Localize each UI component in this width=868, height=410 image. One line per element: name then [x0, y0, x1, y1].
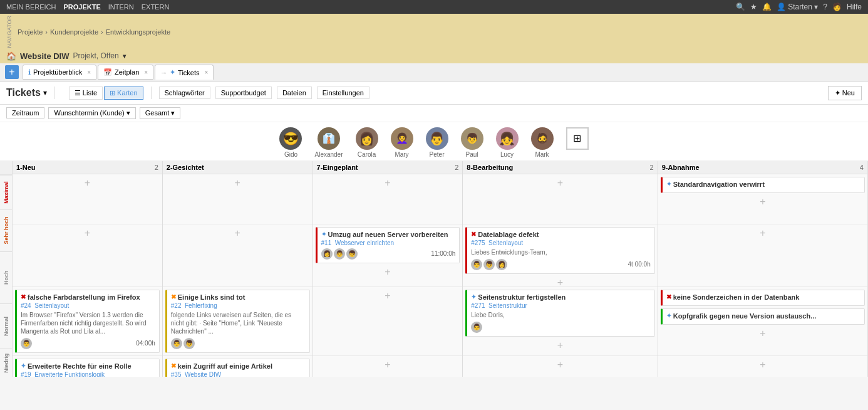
avatar-alexander[interactable]: 👔 Alexander	[314, 127, 343, 158]
supportbudget-button[interactable]: Supportbudget	[215, 87, 272, 99]
prio-niedrig: Niedrig	[0, 349, 12, 377]
card-umzug-server[interactable]: ✦ Umzug auf neuen Server vorbereiten #11…	[316, 227, 460, 263]
add-sehrhoch-9abnahme[interactable]: +	[661, 227, 865, 239]
project-icon: 🏠	[6, 51, 16, 61]
card-title-text: falsche Farbdarstellung im Firefox	[28, 293, 140, 301]
title-dropdown[interactable]: ▾	[43, 88, 47, 97]
add-tab-button[interactable]: +	[5, 65, 19, 79]
tab-tickets-icon: ✦	[170, 68, 175, 76]
alexander-avatar: 👔	[318, 127, 340, 150]
prio-hoch-9abnahme: ✖ keine Sonderzeichen in der Datenbank ✦…	[658, 287, 867, 356]
filter-wunschtermin[interactable]: Wunschtermin (Kunde) ▾	[48, 107, 135, 119]
card-erweiterte-rechte[interactable]: ✦ Erweiterte Rechte für eine Rolle #19 E…	[15, 359, 160, 377]
tab-tickets[interactable]: → ✦ Tickets ×	[155, 65, 214, 80]
tab-close-tickets[interactable]: ×	[205, 69, 209, 76]
filter-zeitraum[interactable]: Zeitraum	[6, 107, 44, 118]
card-kopfgrafik[interactable]: ✦ Kopfgrafik gegen neue Version austausc…	[661, 308, 865, 325]
tab-zeitplan[interactable]: 📅 Zeitplan ×	[98, 65, 153, 80]
avatar-icon[interactable]: 🧑	[832, 3, 842, 11]
avatar-lucy[interactable]: 👧 Lucy	[496, 127, 519, 158]
avatar-paul[interactable]: 👦 Paul	[461, 127, 483, 158]
card-avatar: 👦	[346, 248, 358, 260]
add-hoch-9abnahme[interactable]: +	[661, 327, 865, 340]
add-maximal-1neu[interactable]: +	[15, 177, 160, 189]
card-time: 11:00:0h	[431, 250, 455, 257]
card-text: folgende Links verweisen auf Seiten, die…	[171, 311, 306, 335]
tab-close-projektüberblick[interactable]: ×	[87, 69, 91, 76]
card-seitenstruktur[interactable]: ✦ Seitenstruktur fertigstellen #271 Seit…	[465, 290, 654, 337]
card-avatar: 👦	[483, 259, 495, 270]
avatar-group-icon[interactable]: ⊞	[566, 127, 589, 158]
add-normal-9abnahme[interactable]: +	[661, 359, 865, 371]
card-title: ✖ kein Zugriff auf einige Artikel	[171, 362, 306, 370]
nav-intern[interactable]: INTERN	[108, 3, 134, 11]
avatar-carola[interactable]: 👩 Carola	[356, 127, 378, 158]
add-hoch-7eingeplant[interactable]: +	[316, 290, 460, 302]
card-falsche-farbdarstellung[interactable]: ✖ falsche Farbdarstellung im Firefox #24…	[15, 290, 160, 353]
prio-sehrhoch-2gesichtet: +	[163, 224, 313, 287]
help-icon[interactable]: ?	[823, 3, 827, 11]
card-status-icon: ✖	[171, 293, 176, 300]
hilfe-label[interactable]: Hilfe	[847, 3, 862, 11]
einstellungen-button[interactable]: Einstellungen	[317, 87, 369, 99]
card-time: 4t 00:0h	[628, 261, 651, 268]
card-footer: 👩 👨 👦 11:00:0h	[321, 248, 456, 260]
prio-normal-7eingeplant: +	[313, 356, 463, 377]
gido-avatar: 😎	[279, 127, 302, 150]
col-9-abnahme-count: 4	[860, 164, 864, 171]
bell-icon[interactable]: 🔔	[762, 3, 772, 11]
card-text: Liebe Doris,	[471, 311, 650, 319]
card-text: Im Browser "Firefox" Version 1.3 werden …	[21, 311, 155, 335]
card-subtitle: #19 Erweiterte Funktionslogik	[21, 371, 155, 377]
project-dropdown-icon[interactable]: ▾	[123, 53, 126, 60]
add-hoch-8bearbeitung[interactable]: +	[465, 339, 654, 352]
search-icon[interactable]: 🔍	[736, 3, 745, 11]
avatar-peter[interactable]: 👨 Peter	[426, 127, 448, 158]
peter-name: Peter	[430, 151, 445, 158]
view-karten-button[interactable]: ⊞ Karten	[104, 87, 143, 100]
star-icon[interactable]: ★	[750, 3, 757, 11]
schlagworter-button[interactable]: Schlagwörter	[159, 87, 210, 99]
view-liste-button[interactable]: ☰ Liste	[69, 87, 103, 100]
avatar-mark[interactable]: 🧔 Mark	[531, 127, 554, 158]
card-dateiablage-defekt[interactable]: ✖ Dateiablage defekt #275 Seitenlayout L…	[465, 227, 654, 274]
add-sehrhoch-1neu[interactable]: +	[15, 227, 160, 239]
add-maximal-9abnahme[interactable]: +	[661, 196, 865, 208]
avatar-mary[interactable]: 👩‍🦱 Mary	[391, 127, 413, 158]
prio-normal-9abnahme: +	[658, 356, 867, 377]
breadcrumb-projekte[interactable]: Projekte	[18, 28, 43, 36]
card-standardnavigation[interactable]: ✦ Standardnavigation verwirrt	[661, 177, 865, 193]
add-sehrhoch-2gesichtet[interactable]: +	[165, 227, 310, 239]
nav-extern[interactable]: EXTERN	[142, 3, 170, 11]
dateien-button[interactable]: Dateien	[277, 87, 312, 99]
add-maximal-7eingeplant[interactable]: +	[316, 177, 460, 189]
tab-close-zeitplan[interactable]: ×	[144, 69, 148, 76]
breadcrumb-entwicklungsprojekte[interactable]: Entwicklungsprojekte	[106, 28, 170, 36]
prio-sehrhoch: Sehr hoch	[0, 209, 12, 251]
new-button[interactable]: ✦ Neu	[828, 86, 862, 100]
nav-projekte[interactable]: PROJEKTE	[63, 3, 100, 11]
add-maximal-8bearbeitung[interactable]: +	[465, 177, 654, 189]
card-status-icon: ✖	[471, 231, 476, 238]
filter-row: Zeitraum Wunschtermin (Kunde) ▾ Gesamt ▾	[0, 105, 868, 122]
card-status-icon: ✖	[21, 293, 26, 300]
add-normal-7eingeplant[interactable]: +	[316, 359, 460, 371]
card-kein-zugriff-artikel[interactable]: ✖ kein Zugriff auf einige Artikel #35 We…	[165, 359, 310, 377]
card-einige-links[interactable]: ✖ Einige Links sind tot #22 Fehlerfixing…	[165, 290, 310, 353]
toolbar-separator-1	[54, 87, 55, 99]
user-menu[interactable]: 👤 Starten ▾	[777, 3, 818, 11]
avatar-gido[interactable]: 😎 Gido	[279, 127, 302, 158]
filter-gesamt[interactable]: Gesamt ▾	[140, 107, 181, 119]
card-footer: 👨	[471, 322, 650, 333]
nav-mein-bereich[interactable]: MEIN BEREICH	[6, 3, 56, 11]
breadcrumb-kundenprojekte[interactable]: Kundenprojekte	[50, 28, 98, 36]
card-avatars: 👨 👦	[171, 338, 195, 349]
prio-sehrhoch-8bearbeitung: ✖ Dateiablage defekt #275 Seitenlayout L…	[463, 224, 657, 287]
add-maximal-2gesichtet[interactable]: +	[165, 177, 310, 189]
card-keine-sonderzeichen[interactable]: ✖ keine Sonderzeichen in der Datenbank	[661, 290, 865, 306]
add-normal-8bearbeitung[interactable]: +	[465, 359, 654, 371]
tab-projektüberblick[interactable]: ℹ Projektüberblick ×	[23, 65, 96, 80]
add-sehrhoch-7eingeplant[interactable]: +	[316, 266, 460, 278]
col-7-eingeplant-label: 7-Eingeplant	[317, 164, 358, 171]
top-navigation: MEIN BEREICH PROJEKTE INTERN EXTERN 🔍 ★ …	[0, 0, 868, 14]
